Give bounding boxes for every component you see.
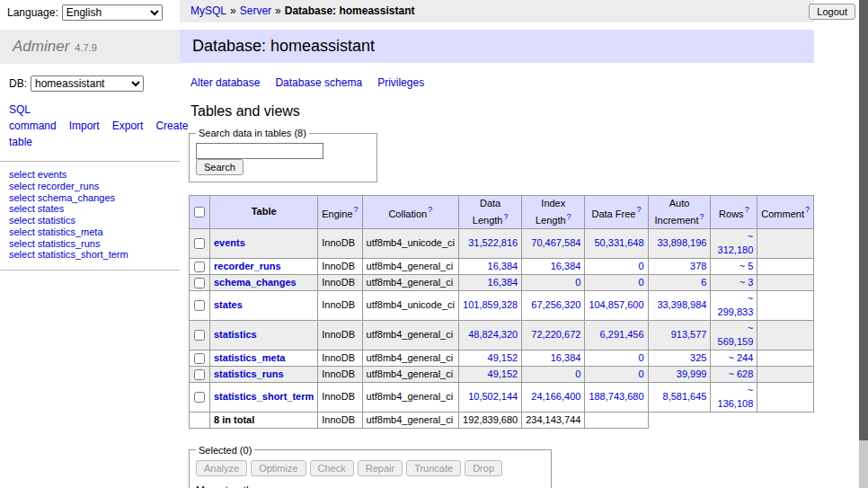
rows-link[interactable]: ~ 244 (728, 352, 753, 363)
help-icon[interactable]: ? (354, 208, 359, 218)
index-length-link[interactable]: 70,467,584 (531, 237, 580, 248)
search-button[interactable]: Search (196, 159, 244, 175)
row-checkbox[interactable] (194, 262, 205, 272)
bulk-drop-button[interactable]: Drop (465, 460, 502, 476)
rows-link[interactable]: ~ 628 (728, 368, 753, 379)
help-icon[interactable]: ? (567, 215, 571, 226)
bulk-optimize-button[interactable]: Optimize (251, 460, 306, 476)
adminer-logo-link[interactable]: Adminer (13, 38, 69, 55)
rows-link[interactable]: ~ 5 (740, 261, 754, 271)
rows-link[interactable]: ~ 299,833 (718, 293, 754, 317)
sidebar-table-link-select-statistics-runs[interactable]: select statistics_runs (9, 238, 171, 250)
row-checkbox[interactable] (194, 369, 205, 380)
table-name-link[interactable]: events (214, 237, 245, 248)
sidebar-table-link-select-states[interactable]: select states (9, 203, 171, 215)
auto-increment-link[interactable]: 33,398,984 (657, 299, 706, 310)
sidebar-table-link-select-events[interactable]: select events (9, 169, 171, 181)
language-select[interactable]: English (62, 4, 163, 21)
auto-increment-link[interactable]: 33,898,196 (657, 237, 706, 248)
auto-increment-link[interactable]: 6 (701, 277, 706, 288)
data-length-link[interactable]: 101,859,328 (463, 299, 518, 310)
auto-increment-link[interactable]: 325 (690, 352, 706, 363)
data-length-link[interactable]: 49,152 (488, 352, 518, 363)
sidebar-table-link-select-recorder-runs[interactable]: select recorder_runs (9, 181, 171, 192)
sidebar-table-link-select-statistics[interactable]: select statistics (9, 215, 171, 226)
breadcrumb-mysql-link[interactable]: MySQL (190, 4, 226, 17)
index-length-link[interactable]: 0 (575, 368, 580, 379)
db-select[interactable]: homeassistant (31, 75, 144, 92)
search-input[interactable] (196, 143, 323, 159)
row-checkbox[interactable] (194, 330, 205, 341)
index-length-link[interactable]: 16,384 (551, 352, 581, 363)
sidebar-table-link-select-schema-changes[interactable]: select schema_changes (9, 192, 171, 204)
logout-button[interactable]: Logout (809, 4, 855, 20)
data-length-link[interactable]: 31,522,816 (468, 237, 518, 248)
data-length-link[interactable]: 16,384 (488, 261, 518, 271)
index-length-link[interactable]: 0 (575, 277, 580, 288)
bulk-check-button[interactable]: Check (310, 460, 354, 476)
table-name-link[interactable]: schema_changes (214, 277, 297, 288)
table-name-link[interactable]: statistics (214, 329, 257, 340)
data-length-link[interactable]: 49,152 (488, 368, 518, 379)
index-length-link[interactable]: 72,220,672 (531, 329, 580, 340)
rows-link[interactable]: ~ 312,180 (718, 231, 754, 255)
data-length-link[interactable]: 16,384 (488, 277, 518, 288)
vertical-scrollbar[interactable] (859, 0, 868, 488)
bulk-analyze-button[interactable]: Analyze (196, 460, 247, 476)
breadcrumb-server-link[interactable]: Server (240, 4, 271, 17)
sidebar-link-import[interactable]: Import (69, 120, 100, 132)
help-icon[interactable]: ? (699, 215, 704, 226)
index-length-link[interactable]: 16,384 (551, 261, 581, 271)
help-icon[interactable]: ? (636, 208, 641, 218)
help-icon[interactable]: ? (503, 215, 508, 226)
column-header-label: Rows (719, 208, 744, 218)
rows-link[interactable]: ~ 569,159 (718, 323, 754, 347)
data-length-link[interactable]: 10,502,144 (468, 391, 518, 402)
table-name-link[interactable]: recorder_runs (214, 261, 281, 271)
table-name-link[interactable]: statistics_short_term (214, 391, 314, 402)
data-free-link[interactable]: 6,291,456 (600, 329, 644, 340)
data-free-link[interactable]: 0 (638, 352, 643, 363)
selected-legend: Selected (0) (196, 445, 254, 456)
data-length-link[interactable]: 48,824,320 (468, 329, 518, 340)
row-checkbox[interactable] (194, 392, 205, 403)
db-label: DB: (9, 77, 27, 90)
sidebar-table-link-select-statistics-meta[interactable]: select statistics_meta (9, 226, 171, 238)
table-row-recorder-runs: recorder_runsInnoDButf8mb4_general_ci16,… (190, 258, 814, 274)
row-checkbox[interactable] (194, 278, 205, 288)
row-checkbox[interactable] (194, 300, 205, 311)
data-free-link[interactable]: 0 (638, 277, 643, 288)
help-icon[interactable]: ? (805, 208, 810, 218)
auto-increment-link[interactable]: 378 (690, 261, 706, 271)
sidebar-link-sql-command[interactable]: SQL command (9, 103, 57, 132)
table-name-link[interactable]: statistics_meta (214, 352, 286, 363)
row-checkbox[interactable] (194, 238, 205, 249)
table-name-link[interactable]: states (214, 299, 243, 310)
auto-increment-link[interactable]: 8,581,645 (663, 391, 707, 402)
auto-increment-link[interactable]: 39,999 (677, 368, 707, 379)
data-free-link[interactable]: 0 (638, 261, 643, 271)
rows-link[interactable]: ~ 136,108 (718, 385, 754, 409)
sidebar-table-link-select-statistics-short-term[interactable]: select statistics_short_term (9, 249, 171, 261)
action-link-database-schema[interactable]: Database schema (275, 76, 362, 89)
data-free-link[interactable]: 188,743,680 (589, 391, 643, 402)
scrollbar-thumb[interactable] (859, 0, 868, 440)
bulk-repair-button[interactable]: Repair (358, 460, 403, 476)
sidebar-link-export[interactable]: Export (112, 120, 144, 132)
help-icon[interactable]: ? (428, 208, 432, 218)
index-length-link[interactable]: 24,166,400 (531, 391, 580, 402)
index-length-link[interactable]: 67,256,320 (531, 299, 580, 310)
action-link-privileges[interactable]: Privileges (377, 76, 424, 89)
row-checkbox[interactable] (194, 353, 205, 364)
rows-link[interactable]: ~ 3 (740, 277, 754, 288)
data-free-link[interactable]: 0 (638, 368, 643, 379)
data-free-link[interactable]: 50,331,648 (594, 237, 643, 248)
help-icon[interactable]: ? (745, 208, 749, 218)
bulk-truncate-button[interactable]: Truncate (406, 460, 461, 476)
select-all-checkbox[interactable] (194, 207, 205, 217)
table-name-link[interactable]: statistics_runs (214, 368, 284, 379)
language-label: Language: (7, 6, 58, 19)
auto-increment-link[interactable]: 913,577 (671, 329, 707, 340)
action-link-alter-database[interactable]: Alter database (190, 76, 260, 89)
data-free-link[interactable]: 104,857,600 (589, 299, 643, 310)
